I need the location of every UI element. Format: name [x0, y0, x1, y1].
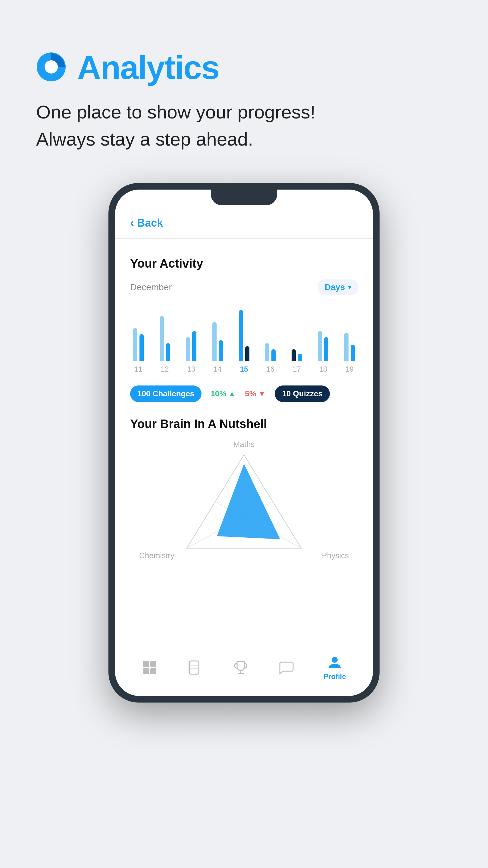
nav-item-profile[interactable]: Profile	[324, 654, 346, 681]
bar-pair-13	[186, 304, 196, 361]
bar-group-16: 16	[265, 304, 275, 373]
phone-screen: ‹ Back Your Activity December Days ▾	[115, 190, 373, 696]
brain-label-chemistry: Chemistry	[139, 551, 174, 560]
nav-item-chat[interactable]	[278, 660, 294, 675]
phone-outer: ‹ Back Your Activity December Days ▾	[108, 183, 380, 703]
bar-pair-19	[344, 304, 355, 361]
month-row: December Days ▾	[130, 279, 358, 295]
book-icon	[187, 660, 203, 675]
bar-pair-18	[318, 304, 328, 361]
bar-label-17: 17	[293, 365, 301, 373]
stat-change-up: 10% ▲	[210, 389, 236, 398]
back-label: Back	[137, 217, 163, 229]
bar-group-19: 19	[344, 304, 355, 373]
bar-group-15: 15	[239, 304, 250, 373]
chat-icon	[278, 660, 294, 675]
profile-nav-label: Profile	[324, 673, 346, 681]
bar-18-light	[318, 331, 322, 361]
bar-chart: 11 12	[130, 304, 358, 373]
nav-item-trophy[interactable]	[233, 660, 249, 675]
svg-point-17	[332, 657, 338, 663]
phone-notch	[211, 190, 277, 205]
bar-pair-12	[160, 304, 170, 361]
back-button[interactable]: ‹ Back	[115, 211, 373, 239]
arrow-up-icon: ▲	[228, 389, 236, 398]
activity-section: Your Activity December Days ▾	[115, 248, 373, 379]
days-dropdown[interactable]: Days ▾	[318, 279, 358, 295]
brain-title: Your Brain In A Nutshell	[130, 417, 358, 431]
bar-16-dark	[271, 349, 275, 361]
svg-marker-6	[217, 464, 280, 539]
nav-item-book[interactable]	[187, 660, 203, 675]
phone-container: ‹ Back Your Activity December Days ▾	[36, 183, 452, 703]
bar-group-12: 12	[160, 304, 170, 373]
bar-pair-16	[265, 304, 275, 361]
bar-11-dark	[139, 334, 144, 361]
bar-16-light	[265, 343, 269, 361]
stats-row: 100 Challenges 10% ▲ 5% ▼ 10 Quizzes	[115, 379, 373, 414]
bar-11-light	[133, 328, 137, 361]
subtitle: One place to show your progress! Always …	[36, 98, 315, 153]
activity-title: Your Activity	[130, 257, 358, 270]
month-label: December	[130, 282, 172, 292]
bar-label-19: 19	[346, 365, 354, 373]
bar-17-dark	[298, 354, 302, 361]
stat-change-down: 5% ▼	[245, 389, 266, 398]
bar-15-dark	[245, 346, 250, 361]
nav-item-home[interactable]	[142, 660, 158, 675]
bar-group-14: 14	[213, 304, 223, 373]
bar-pair-14	[213, 304, 223, 361]
bar-label-12: 12	[161, 365, 169, 373]
svg-rect-8	[150, 661, 156, 667]
bar-label-18: 18	[319, 365, 327, 373]
brain-section: Your Brain In A Nutshell Maths Chemistry…	[115, 414, 373, 575]
screen-content: ‹ Back Your Activity December Days ▾	[115, 190, 373, 696]
svg-rect-14	[189, 661, 190, 674]
bar-group-18: 18	[318, 304, 328, 373]
analytics-icon	[36, 52, 66, 83]
page-wrapper: Analytics One place to show your progres…	[0, 0, 488, 868]
challenges-badge: 100 Challenges	[130, 385, 201, 402]
bar-label-14: 14	[214, 365, 222, 373]
brain-chart: Maths Chemistry Physics	[130, 440, 358, 566]
bar-19-light	[344, 333, 349, 361]
bar-13-dark	[192, 331, 196, 361]
header-section: Analytics	[36, 48, 219, 87]
svg-rect-7	[143, 661, 149, 667]
bar-12-light	[160, 316, 164, 361]
bar-19-dark	[351, 345, 355, 361]
quizzes-badge: 10 Quizzes	[275, 385, 330, 402]
trophy-icon	[233, 660, 249, 675]
bar-pair-15	[239, 304, 250, 361]
bottom-nav: Profile	[115, 645, 373, 696]
arrow-down-icon: ▼	[258, 389, 266, 398]
dropdown-arrow-icon: ▾	[348, 283, 351, 291]
brain-chart-svg	[178, 446, 310, 560]
bar-15-main	[239, 310, 243, 361]
bar-group-17: 17	[292, 304, 302, 373]
svg-rect-10	[150, 668, 156, 674]
brain-label-physics: Physics	[322, 551, 349, 560]
bar-label-15: 15	[240, 365, 248, 373]
bar-12-dark	[166, 343, 170, 361]
quizzes-label: 10 Quizzes	[282, 389, 322, 398]
challenges-label: 100 Challenges	[137, 389, 194, 398]
profile-icon	[327, 654, 343, 670]
back-chevron-icon: ‹	[130, 216, 134, 229]
brain-label-maths: Maths	[233, 440, 255, 449]
bar-13-light	[186, 337, 190, 361]
page-title: Analytics	[77, 48, 219, 87]
bar-label-11: 11	[134, 365, 142, 373]
svg-rect-11	[190, 661, 199, 674]
bar-14-dark	[219, 340, 223, 361]
bar-label-16: 16	[266, 365, 274, 373]
home-icon	[142, 660, 158, 675]
bar-label-13: 13	[187, 365, 195, 373]
bar-14-light	[213, 322, 217, 361]
bar-pair-11	[133, 304, 144, 361]
svg-rect-9	[143, 668, 149, 674]
bar-group-11: 11	[133, 304, 144, 373]
bar-18-dark	[324, 337, 328, 361]
bar-group-13: 13	[186, 304, 196, 373]
bar-17-light	[292, 349, 296, 361]
